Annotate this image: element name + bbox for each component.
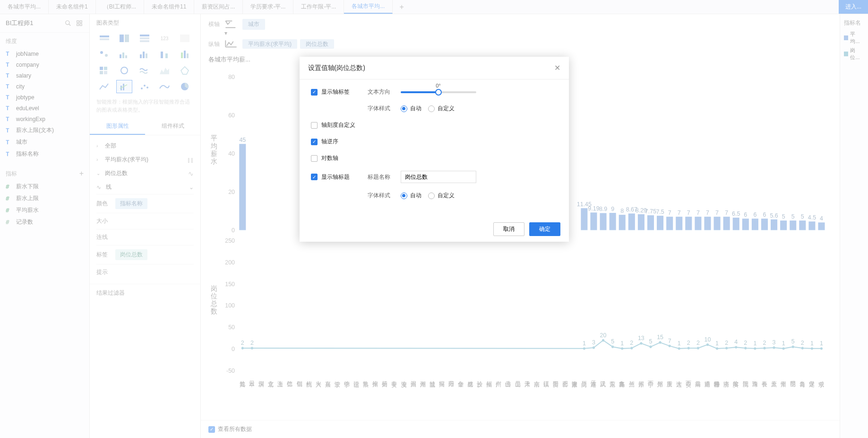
- show-axis-label-checkbox[interactable]: ✓: [311, 89, 318, 96]
- modal-overlay: 设置值轴(岗位总数) ✕ ✓ 显示轴标签 文本方向 0°: [0, 0, 868, 438]
- cancel-button[interactable]: 取消: [493, 222, 524, 236]
- font-custom-radio[interactable]: 自定义: [428, 105, 455, 113]
- axis-settings-modal: 设置值轴(岗位总数) ✕ ✓ 显示轴标签 文本方向 0°: [300, 57, 569, 242]
- title-font-auto-radio[interactable]: 自动: [401, 192, 421, 200]
- show-title-checkbox[interactable]: ✓: [311, 174, 318, 180]
- font-auto-radio[interactable]: 自动: [401, 105, 421, 113]
- reverse-axis-checkbox[interactable]: ✓: [311, 139, 318, 145]
- title-input[interactable]: [401, 171, 476, 183]
- slider-thumb[interactable]: [435, 89, 442, 96]
- title-font-custom-radio[interactable]: 自定义: [428, 192, 455, 200]
- direction-slider[interactable]: 0°: [401, 91, 476, 93]
- close-icon[interactable]: ✕: [554, 63, 560, 72]
- confirm-button[interactable]: 确定: [529, 222, 560, 236]
- custom-scale-checkbox[interactable]: [311, 122, 318, 129]
- modal-title: 设置值轴(岗位总数): [308, 64, 554, 72]
- log-axis-checkbox[interactable]: [311, 155, 318, 162]
